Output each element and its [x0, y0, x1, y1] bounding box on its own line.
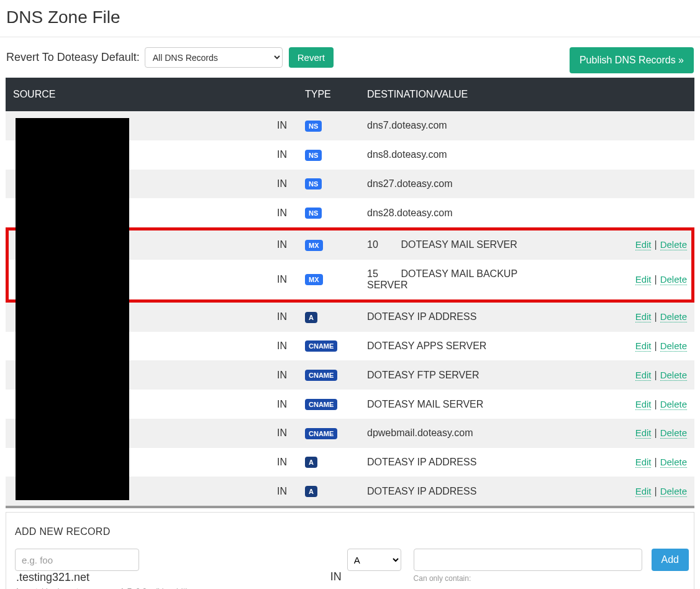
value-cell: 10 DOTEASY MAIL SERVER — [360, 229, 527, 260]
value-cell: dns8.doteasy.com — [360, 140, 527, 170]
record-type-select[interactable]: A — [347, 549, 401, 571]
in-cell: IN — [266, 448, 298, 477]
action-separator: | — [651, 399, 660, 409]
value-text: dpwebmail.doteasy.com — [367, 427, 473, 438]
in-cell: IN — [266, 332, 298, 361]
action-separator: | — [651, 427, 660, 438]
page-title: DNS Zone File — [0, 0, 700, 37]
add-record-panel: ADD NEW RECORD .testing321.net Acceptabl… — [6, 512, 694, 589]
revert-button[interactable]: Revert — [289, 47, 334, 68]
value-cell: dpwebmail.doteasy.com — [360, 419, 527, 448]
type-cell: CNAME — [298, 419, 360, 448]
actions-cell: Edit|Delete — [527, 448, 695, 477]
delete-link[interactable]: Delete — [660, 427, 687, 439]
action-separator: | — [651, 239, 660, 250]
actions-cell: Edit|Delete — [527, 301, 695, 331]
edit-link[interactable]: Edit — [635, 340, 652, 352]
value-text: dns7.doteasy.com — [367, 120, 447, 130]
action-separator: | — [651, 486, 660, 496]
delete-link[interactable]: Delete — [660, 457, 687, 468]
actions-cell — [527, 170, 695, 199]
domain-suffix: .testing321.net — [16, 571, 89, 583]
edit-link[interactable]: Edit — [635, 457, 652, 468]
record-type-badge: NS — [305, 121, 322, 132]
delete-link[interactable]: Delete — [660, 370, 687, 381]
action-separator: | — [651, 457, 660, 467]
delete-link[interactable]: Delete — [660, 340, 687, 352]
value-cell: DOTEASY FTP SERVER — [360, 360, 527, 390]
record-type-badge: A — [305, 457, 317, 468]
delete-link[interactable]: Delete — [660, 399, 687, 410]
value-text: DOTEASY FTP SERVER — [367, 370, 480, 380]
record-type-badge: NS — [305, 208, 322, 219]
in-cell: IN — [266, 198, 298, 229]
publish-button[interactable]: Publish DNS Records » — [570, 47, 694, 73]
add-record-button[interactable]: Add — [652, 549, 689, 571]
edit-link[interactable]: Edit — [635, 427, 652, 439]
actions-cell: Edit|Delete — [527, 229, 695, 260]
value-cell: dns27.doteasy.com — [360, 170, 527, 199]
record-type-badge: CNAME — [305, 399, 337, 410]
action-separator: | — [651, 370, 660, 380]
type-cell: NS — [298, 111, 360, 140]
in-cell: IN — [266, 360, 298, 390]
type-cell: A — [298, 448, 360, 477]
record-type-badge: A — [305, 312, 317, 323]
value-cell: 15 DOTEASY MAIL BACKUP SERVER — [360, 260, 527, 301]
in-cell: IN — [266, 260, 298, 301]
value-text: DOTEASY MAIL SERVER — [367, 399, 483, 409]
subdomain-input[interactable] — [15, 549, 139, 571]
edit-link[interactable]: Edit — [635, 370, 652, 381]
actions-cell: Edit|Delete — [527, 360, 695, 390]
source-redaction-overlay — [16, 118, 129, 500]
record-type-badge: NS — [305, 178, 322, 189]
value-cell: DOTEASY APPS SERVER — [360, 332, 527, 361]
actions-cell — [527, 111, 695, 140]
value-text: dns8.doteasy.com — [367, 149, 447, 160]
revert-label: Revert To Doteasy Default: — [6, 51, 140, 64]
type-cell: A — [298, 477, 360, 506]
type-cell: MX — [298, 260, 360, 301]
in-cell: IN — [266, 301, 298, 331]
value-text: dns27.doteasy.com — [367, 178, 453, 189]
mx-priority: 15 — [367, 268, 398, 280]
in-cell: IN — [266, 390, 298, 419]
delete-link[interactable]: Delete — [660, 486, 687, 497]
edit-link[interactable]: Edit — [635, 486, 652, 497]
actions-cell: Edit|Delete — [527, 260, 695, 301]
header-value: DESTINATION/VALUE — [360, 78, 694, 111]
record-value-input[interactable] — [414, 549, 642, 571]
value-cell: DOTEASY IP ADDRESS — [360, 448, 527, 477]
edit-link[interactable]: Edit — [635, 311, 652, 322]
action-separator: | — [651, 274, 660, 285]
record-type-badge: A — [305, 486, 317, 497]
actions-cell: Edit|Delete — [527, 477, 695, 506]
record-type-badge: CNAME — [305, 428, 337, 439]
value-text: DOTEASY MAIL SERVER — [401, 239, 517, 250]
value-cell: dns28.doteasy.com — [360, 198, 527, 229]
actions-cell — [527, 198, 695, 229]
add-record-row: .testing321.net Acceptable characters ar… — [11, 549, 689, 589]
delete-link[interactable]: Delete — [660, 311, 687, 322]
record-type-badge: CNAME — [305, 340, 337, 352]
value-cell: DOTEASY MAIL SERVER — [360, 390, 527, 419]
type-cell: NS — [298, 140, 360, 170]
in-cell: IN — [266, 170, 298, 199]
record-type-badge: NS — [305, 150, 322, 161]
action-separator: | — [651, 311, 660, 322]
delete-link[interactable]: Delete — [660, 274, 687, 285]
edit-link[interactable]: Edit — [635, 239, 652, 250]
record-type-badge: CNAME — [305, 370, 337, 381]
add-record-title: ADD NEW RECORD — [11, 518, 689, 549]
revert-filter-select[interactable]: All DNS Records — [145, 47, 283, 68]
type-cell: NS — [298, 170, 360, 199]
type-cell: CNAME — [298, 332, 360, 361]
delete-link[interactable]: Delete — [660, 239, 687, 250]
edit-link[interactable]: Edit — [635, 274, 652, 285]
type-cell: MX — [298, 229, 360, 260]
edit-link[interactable]: Edit — [635, 399, 652, 410]
action-separator: | — [651, 340, 660, 351]
in-cell: IN — [266, 477, 298, 506]
actions-cell: Edit|Delete — [527, 390, 695, 419]
in-cell: IN — [266, 140, 298, 170]
